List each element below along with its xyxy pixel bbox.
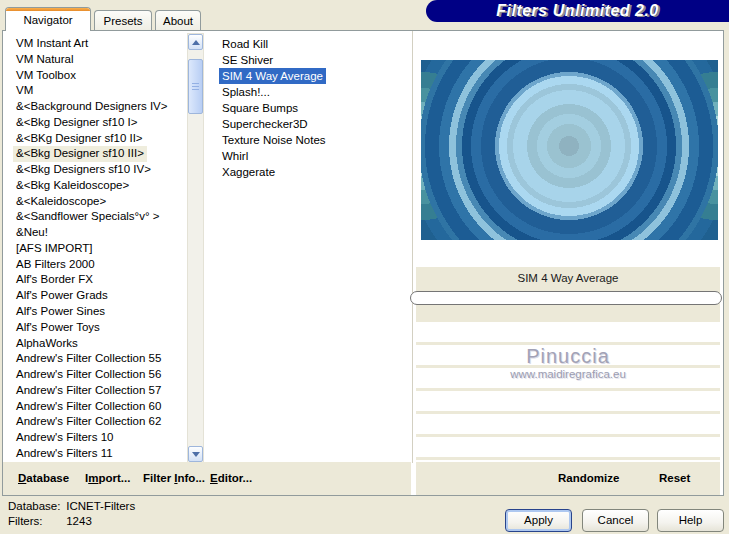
category-item[interactable]: &<Bkg Designer sf10 III>	[5, 146, 186, 162]
tab-presets[interactable]: Presets	[94, 10, 152, 30]
apply-button[interactable]: Apply	[505, 509, 572, 532]
status-database-row: Database: ICNET-Filters	[8, 499, 135, 514]
category-item[interactable]: Andrew's Filter Collection 60	[5, 399, 186, 415]
cancel-button[interactable]: Cancel	[582, 509, 649, 532]
filter-item[interactable]: Superchecker3D	[211, 116, 410, 132]
category-item[interactable]: [AFS IMPORT]	[5, 241, 186, 257]
import-button[interactable]: Import...	[85, 462, 130, 495]
status-filters-row: Filters: 1243	[8, 514, 135, 529]
status-area: Database: ICNET-Filters Filters: 1243	[8, 499, 135, 529]
filter-item[interactable]: Xaggerate	[211, 164, 410, 180]
category-item[interactable]: &<Background Designers IV>	[5, 99, 186, 115]
category-item[interactable]: Alf's Border FX	[5, 272, 186, 288]
filter-info-button[interactable]: Filter Info...	[143, 462, 205, 495]
title-banner-text: Filters Unlimited 2.0	[496, 2, 659, 19]
category-item[interactable]: &<Sandflower Specials°v° >	[5, 209, 186, 225]
tab-about-label: About	[163, 15, 193, 27]
help-button[interactable]: Help	[657, 509, 724, 532]
filters-label: Filters:	[8, 514, 63, 529]
filter-item[interactable]: Square Bumps	[211, 100, 410, 116]
watermark-title: Pinuccia	[413, 345, 723, 368]
filter-item[interactable]: SIM 4 Way Average	[211, 68, 410, 84]
database-label: Database:	[8, 499, 63, 514]
category-item[interactable]: &<Bkg Designer sf10 I>	[5, 115, 186, 131]
category-item[interactable]: &<Bkg Kaleidoscope>	[5, 178, 186, 194]
scrollbar-thumb[interactable]	[188, 59, 203, 114]
category-item[interactable]: Alf's Power Sines	[5, 304, 186, 320]
category-item[interactable]: VM Natural	[5, 52, 186, 68]
control-band: SIM 4 Way Average	[416, 267, 720, 322]
randomize-button[interactable]: Randomize	[558, 462, 619, 495]
category-item[interactable]: &Neu!	[5, 225, 186, 241]
category-item[interactable]: Alf's Power Toys	[5, 320, 186, 336]
category-scrollbar[interactable]	[187, 33, 204, 463]
category-item[interactable]: VM Instant Art	[5, 36, 186, 52]
category-item[interactable]: Andrew's Filters 11	[5, 446, 186, 462]
reset-button[interactable]: Reset	[659, 462, 690, 495]
category-item[interactable]: Andrew's Filter Collection 57	[5, 383, 186, 399]
filter-item[interactable]: SE Shiver	[211, 52, 410, 68]
parameter-slider[interactable]	[410, 291, 722, 305]
filter-item[interactable]: Texture Noise Notes	[211, 132, 410, 148]
filter-preview-image	[421, 60, 718, 240]
category-item[interactable]: &<Kaleidoscope>	[5, 194, 186, 210]
tab-about[interactable]: About	[155, 10, 201, 30]
category-list[interactable]: VM Instant ArtVM NaturalVM ToolboxVM&<Ba…	[5, 36, 186, 462]
tab-presets-label: Presets	[104, 15, 143, 27]
editor-button[interactable]: Editor...	[210, 462, 252, 495]
database-value: ICNET-Filters	[66, 500, 135, 512]
watermark-url: www.maidiregrafica.eu	[413, 368, 723, 380]
category-item[interactable]: &<BKg Designer sf10 II>	[5, 131, 186, 147]
category-item[interactable]: VM Toolbox	[5, 68, 186, 84]
filter-item[interactable]: Road Kill	[211, 36, 410, 52]
category-item[interactable]: Alf's Power Grads	[5, 288, 186, 304]
scroll-up-button[interactable]	[188, 34, 203, 50]
arrow-up-icon	[192, 40, 200, 45]
category-item[interactable]: Andrew's Filter Collection 55	[5, 351, 186, 367]
category-item[interactable]: Andrew's Filter Collection 56	[5, 367, 186, 383]
category-item[interactable]: AlphaWorks	[5, 336, 186, 352]
category-item[interactable]: AB Filters 2000	[5, 257, 186, 273]
scroll-down-button[interactable]	[188, 446, 203, 462]
filter-item[interactable]: Whirl	[211, 148, 410, 164]
category-item[interactable]: Andrew's Filters 10	[5, 430, 186, 446]
database-button[interactable]: Database	[18, 462, 69, 495]
category-item[interactable]: VM	[5, 83, 186, 99]
tab-navigator-label: Navigator	[23, 14, 72, 26]
controls-empty-rows	[416, 322, 720, 462]
tab-navigator[interactable]: Navigator	[5, 7, 91, 31]
watermark: Pinuccia www.maidiregrafica.eu	[413, 345, 723, 380]
category-item[interactable]: Andrew's Filter Collection 62	[5, 414, 186, 430]
filters-value: 1243	[66, 515, 92, 527]
filter-list[interactable]: Road KillSE ShiverSIM 4 Way AverageSplas…	[211, 36, 410, 462]
title-banner: Filters Unlimited 2.0	[426, 0, 729, 22]
randomize-band: Randomize Reset	[416, 462, 720, 495]
filters-unlimited-dialog: Filters Unlimited 2.0 Navigator Presets …	[0, 0, 729, 534]
selected-filter-name: SIM 4 Way Average	[416, 267, 720, 284]
filter-item[interactable]: Splash!...	[211, 84, 410, 100]
category-item[interactable]: &<Bkg Designers sf10 IV>	[5, 162, 186, 178]
arrow-down-icon	[192, 452, 200, 457]
database-toolbar: Database Import... Filter Info... Editor…	[3, 462, 411, 495]
navigator-panel: VM Instant ArtVM NaturalVM ToolboxVM&<Ba…	[2, 30, 724, 496]
preview-region: SIM 4 Way Average Pinuccia www.maidiregr…	[413, 31, 723, 495]
